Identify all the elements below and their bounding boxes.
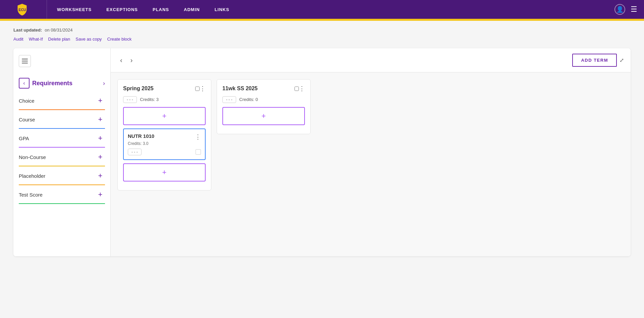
nutr1010-menu[interactable]: ⋮: [195, 133, 201, 141]
hamburger-menu-icon[interactable]: ☰: [631, 5, 637, 14]
nutr1010-checkbox[interactable]: [196, 149, 201, 155]
nav-worksheets[interactable]: WORKSHEETS: [50, 0, 99, 19]
term-spring-2025-header: Spring 2025 ⋮: [123, 85, 206, 92]
add-gpa-button[interactable]: +: [96, 134, 105, 143]
user-icon[interactable]: 👤: [614, 4, 625, 15]
nutr1010-badge-row: - - -: [128, 149, 201, 155]
add-noncourse-button[interactable]: +: [96, 152, 105, 162]
add-course-button[interactable]: +: [96, 115, 105, 124]
nutr1010-badge: - - -: [128, 149, 142, 155]
sidebar-item-gpa-label: GPA: [19, 136, 29, 141]
hamburger-line-2: [22, 61, 28, 61]
sidebar: ‹ Requirements › Choice + Course + GPA +: [13, 48, 111, 256]
11wk-credits-badge: - - -: [222, 96, 236, 103]
spring-2025-credits-label: Credits:: [140, 97, 155, 102]
requirements-title: Requirements: [32, 80, 100, 87]
sidebar-item-testscore[interactable]: Test Score +: [13, 185, 110, 204]
course-card-nutr1010: NUTR 1010 ⋮ Credits: 3.0 - - -: [123, 128, 206, 160]
shield-icon: ECU: [16, 3, 28, 15]
nutr1010-credits: Credits: 3.0: [128, 141, 201, 146]
nav-admin[interactable]: ADMIN: [176, 0, 207, 19]
add-course-spring-top-icon: +: [162, 112, 167, 120]
spring-2025-credits-badge: - - -: [123, 96, 137, 103]
requirements-header: ‹ Requirements ›: [13, 75, 110, 91]
term-11wk-ss-2025: 11wk SS 2025 ⋮ - - - Credits: 0 +: [217, 79, 311, 134]
sidebar-item-gpa[interactable]: GPA +: [13, 129, 110, 148]
sidebar-item-placeholder-label: Placeholder: [19, 173, 45, 179]
next-button[interactable]: ›: [128, 55, 136, 65]
add-course-spring-2025-bottom[interactable]: +: [123, 163, 206, 181]
nav-exceptions[interactable]: EXCEPTIONS: [99, 0, 145, 19]
term-spring-2025: Spring 2025 ⋮ - - - Credits: 3 +: [117, 79, 211, 191]
main-panel: ‹ Requirements › Choice + Course + GPA +: [13, 48, 631, 256]
term-spring-2025-title: Spring 2025: [123, 86, 193, 92]
term-spring-2025-menu[interactable]: ⋮: [200, 85, 206, 92]
11wk-credits-label: Credits:: [239, 97, 254, 102]
add-course-spring-bottom-icon: +: [162, 168, 167, 177]
sidebar-item-testscore-label: Test Score: [19, 192, 43, 198]
nav-right: 👤 ☰: [614, 4, 644, 15]
top-nav: ECU WORKSHEETS EXCEPTIONS PLANS ADMIN LI…: [0, 0, 644, 19]
prev-button[interactable]: ‹: [117, 55, 125, 65]
term-spring-2025-checkbox[interactable]: [195, 87, 200, 91]
term-11wk-checkbox[interactable]: [294, 87, 299, 91]
requirements-section: ‹ Requirements › Choice + Course + GPA +: [13, 72, 110, 207]
term-11wk-credits: - - - Credits: 0: [222, 96, 305, 103]
sidebar-item-choice-label: Choice: [19, 98, 35, 104]
last-updated-label: Last updated:: [13, 28, 42, 33]
nav-links: WORKSHEETS EXCEPTIONS PLANS ADMIN LINKS: [47, 0, 614, 19]
add-choice-button[interactable]: +: [96, 96, 105, 105]
sidebar-item-noncourse-label: Non-Course: [19, 154, 46, 160]
sidebar-header: [13, 52, 110, 72]
requirements-back-button[interactable]: ‹: [19, 78, 30, 89]
add-course-11wk[interactable]: +: [222, 107, 305, 125]
nav-plans[interactable]: PLANS: [145, 0, 176, 19]
nutr1010-name: NUTR 1010: [128, 133, 195, 139]
create-block-link[interactable]: Create block: [107, 37, 131, 42]
term-11wk-header: 11wk SS 2025 ⋮: [222, 85, 305, 92]
term-11wk-menu[interactable]: ⋮: [299, 85, 305, 92]
ecu-logo: ECU: [0, 0, 47, 19]
add-course-11wk-icon: +: [262, 112, 266, 120]
terms-container: Spring 2025 ⋮ - - - Credits: 3 +: [111, 72, 631, 197]
delete-plan-link[interactable]: Delete plan: [48, 37, 70, 42]
action-links: Audit What-If Delete plan Save as copy C…: [13, 37, 631, 42]
hamburger-button[interactable]: [19, 55, 31, 67]
sidebar-item-placeholder[interactable]: Placeholder +: [13, 166, 110, 185]
sidebar-item-course-label: Course: [19, 117, 35, 122]
nutr1010-header: NUTR 1010 ⋮: [128, 133, 201, 141]
last-updated-date: on 08/31/2024: [45, 28, 72, 33]
term-11wk-title: 11wk SS 2025: [222, 86, 292, 92]
svg-text:ECU: ECU: [18, 8, 26, 12]
sidebar-item-noncourse[interactable]: Non-Course +: [13, 148, 110, 166]
last-updated-row: Last updated: on 08/31/2024: [13, 28, 631, 33]
main-area: ‹ › ADD TERM ⤢ Spring 2025 ⋮ - - -: [111, 48, 631, 256]
add-placeholder-button[interactable]: +: [96, 171, 105, 180]
sidebar-item-choice[interactable]: Choice +: [13, 91, 110, 110]
save-as-copy-link[interactable]: Save as copy: [75, 37, 102, 42]
add-course-spring-2025-top[interactable]: +: [123, 107, 206, 125]
sidebar-item-course[interactable]: Course +: [13, 110, 110, 129]
audit-link[interactable]: Audit: [13, 37, 23, 42]
term-spring-2025-credits: - - - Credits: 3: [123, 96, 206, 103]
add-term-button[interactable]: ADD TERM: [572, 54, 617, 67]
requirements-forward-button[interactable]: ›: [103, 80, 105, 87]
add-testscore-button[interactable]: +: [96, 190, 105, 199]
what-if-link[interactable]: What-If: [29, 37, 43, 42]
main-toolbar: ‹ › ADD TERM ⤢: [111, 48, 631, 72]
page-content: Last updated: on 08/31/2024 Audit What-I…: [0, 21, 644, 318]
nav-links[interactable]: LINKS: [207, 0, 237, 19]
expand-button[interactable]: ⤢: [620, 57, 624, 63]
hamburger-line-1: [22, 59, 28, 59]
hamburger-line-3: [22, 63, 28, 63]
11wk-credits-value: 0: [256, 97, 258, 102]
spring-2025-credits-value: 3: [156, 97, 159, 102]
